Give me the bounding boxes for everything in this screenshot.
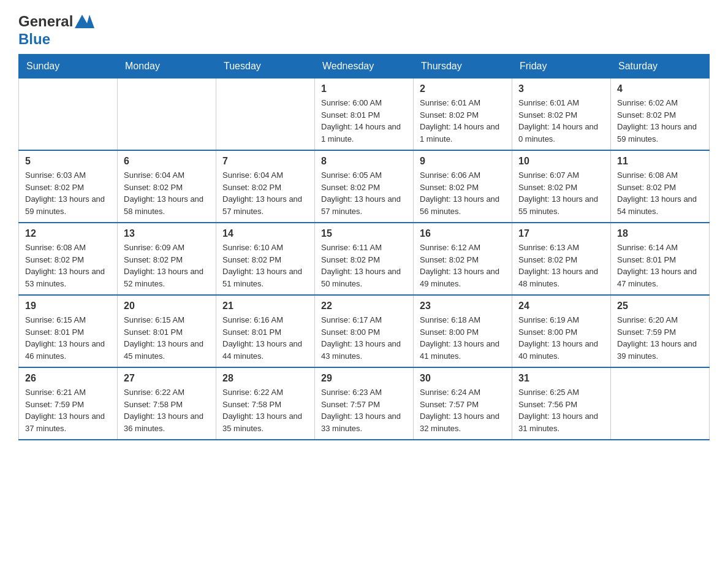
- day-info: Sunrise: 6:20 AM Sunset: 7:59 PM Dayligh…: [617, 314, 703, 362]
- calendar-cell: 8Sunrise: 6:05 AM Sunset: 8:02 PM Daylig…: [315, 150, 414, 223]
- calendar-cell: 23Sunrise: 6:18 AM Sunset: 8:00 PM Dayli…: [414, 295, 512, 367]
- calendar-cell: 22Sunrise: 6:17 AM Sunset: 8:00 PM Dayli…: [315, 295, 414, 367]
- day-info: Sunrise: 6:11 AM Sunset: 8:02 PM Dayligh…: [321, 242, 407, 289]
- day-number: 14: [222, 228, 308, 239]
- calendar-cell: 30Sunrise: 6:24 AM Sunset: 7:57 PM Dayli…: [414, 367, 512, 440]
- calendar-cell: 9Sunrise: 6:06 AM Sunset: 8:02 PM Daylig…: [414, 150, 512, 223]
- day-info: Sunrise: 6:25 AM Sunset: 7:56 PM Dayligh…: [518, 386, 604, 434]
- calendar-cell: 12Sunrise: 6:08 AM Sunset: 8:02 PM Dayli…: [19, 223, 118, 295]
- calendar-cell: 1Sunrise: 6:00 AM Sunset: 8:01 PM Daylig…: [315, 79, 414, 151]
- day-number: 8: [321, 156, 407, 167]
- calendar-cell: [216, 79, 315, 151]
- weekday-header-tuesday: Tuesday: [216, 55, 315, 79]
- day-info: Sunrise: 6:15 AM Sunset: 8:01 PM Dayligh…: [25, 314, 111, 362]
- day-number: 30: [420, 373, 506, 384]
- calendar-cell: [19, 79, 118, 151]
- day-number: 1: [321, 83, 407, 94]
- calendar-cell: 28Sunrise: 6:22 AM Sunset: 7:58 PM Dayli…: [216, 367, 315, 440]
- day-info: Sunrise: 6:08 AM Sunset: 8:02 PM Dayligh…: [25, 242, 111, 289]
- logo-blue-text: Blue: [18, 31, 50, 47]
- day-info: Sunrise: 6:02 AM Sunset: 8:02 PM Dayligh…: [617, 97, 703, 145]
- day-number: 19: [25, 301, 111, 312]
- calendar-cell: 20Sunrise: 6:15 AM Sunset: 8:01 PM Dayli…: [118, 295, 216, 367]
- day-info: Sunrise: 6:23 AM Sunset: 7:57 PM Dayligh…: [321, 386, 407, 434]
- page-header: General Blue: [18, 12, 710, 48]
- calendar-cell: 29Sunrise: 6:23 AM Sunset: 7:57 PM Dayli…: [315, 367, 414, 440]
- weekday-header-row: SundayMondayTuesdayWednesdayThursdayFrid…: [19, 55, 710, 79]
- day-info: Sunrise: 6:13 AM Sunset: 8:02 PM Dayligh…: [518, 242, 604, 289]
- day-number: 3: [518, 83, 604, 94]
- calendar-cell: 15Sunrise: 6:11 AM Sunset: 8:02 PM Dayli…: [315, 223, 414, 295]
- day-number: 21: [222, 301, 308, 312]
- weekday-header-monday: Monday: [118, 55, 216, 79]
- calendar-cell: 19Sunrise: 6:15 AM Sunset: 8:01 PM Dayli…: [19, 295, 118, 367]
- day-number: 29: [321, 373, 407, 384]
- day-number: 17: [518, 228, 604, 239]
- day-number: 12: [25, 228, 111, 239]
- calendar-cell: 27Sunrise: 6:22 AM Sunset: 7:58 PM Dayli…: [118, 367, 216, 440]
- calendar-cell: 25Sunrise: 6:20 AM Sunset: 7:59 PM Dayli…: [611, 295, 710, 367]
- day-number: 25: [617, 301, 703, 312]
- day-info: Sunrise: 6:14 AM Sunset: 8:01 PM Dayligh…: [617, 242, 703, 289]
- day-info: Sunrise: 6:15 AM Sunset: 8:01 PM Dayligh…: [124, 314, 210, 362]
- calendar-cell: 3Sunrise: 6:01 AM Sunset: 8:02 PM Daylig…: [512, 79, 611, 151]
- day-number: 28: [222, 373, 308, 384]
- day-number: 15: [321, 228, 407, 239]
- calendar-cell: 13Sunrise: 6:09 AM Sunset: 8:02 PM Dayli…: [118, 223, 216, 295]
- day-info: Sunrise: 6:06 AM Sunset: 8:02 PM Dayligh…: [420, 169, 506, 217]
- day-number: 11: [617, 156, 703, 167]
- logo-general-text: General: [18, 13, 73, 30]
- day-info: Sunrise: 6:24 AM Sunset: 7:57 PM Dayligh…: [420, 386, 506, 434]
- calendar-week-1: 1Sunrise: 6:00 AM Sunset: 8:01 PM Daylig…: [19, 79, 710, 151]
- day-number: 16: [420, 228, 506, 239]
- day-number: 31: [518, 373, 604, 384]
- day-info: Sunrise: 6:18 AM Sunset: 8:00 PM Dayligh…: [420, 314, 506, 362]
- day-number: 4: [617, 83, 703, 94]
- day-info: Sunrise: 6:17 AM Sunset: 8:00 PM Dayligh…: [321, 314, 407, 362]
- calendar-cell: 2Sunrise: 6:01 AM Sunset: 8:02 PM Daylig…: [414, 79, 512, 151]
- calendar-body: 1Sunrise: 6:00 AM Sunset: 8:01 PM Daylig…: [19, 79, 710, 440]
- day-info: Sunrise: 6:22 AM Sunset: 7:58 PM Dayligh…: [222, 386, 308, 434]
- day-number: 24: [518, 301, 604, 312]
- day-number: 7: [222, 156, 308, 167]
- weekday-header-sunday: Sunday: [19, 55, 118, 79]
- calendar-cell: 16Sunrise: 6:12 AM Sunset: 8:02 PM Dayli…: [414, 223, 512, 295]
- day-info: Sunrise: 6:16 AM Sunset: 8:01 PM Dayligh…: [222, 314, 308, 362]
- calendar-header: SundayMondayTuesdayWednesdayThursdayFrid…: [19, 55, 710, 79]
- day-info: Sunrise: 6:00 AM Sunset: 8:01 PM Dayligh…: [321, 97, 407, 145]
- calendar-cell: 11Sunrise: 6:08 AM Sunset: 8:02 PM Dayli…: [611, 150, 710, 223]
- calendar-cell: [118, 79, 216, 151]
- calendar-cell: 7Sunrise: 6:04 AM Sunset: 8:02 PM Daylig…: [216, 150, 315, 223]
- calendar-cell: 18Sunrise: 6:14 AM Sunset: 8:01 PM Dayli…: [611, 223, 710, 295]
- day-info: Sunrise: 6:19 AM Sunset: 8:00 PM Dayligh…: [518, 314, 604, 362]
- day-number: 6: [124, 156, 210, 167]
- day-number: 5: [25, 156, 111, 167]
- day-info: Sunrise: 6:22 AM Sunset: 7:58 PM Dayligh…: [124, 386, 210, 434]
- calendar-cell: [611, 367, 710, 440]
- calendar-cell: 17Sunrise: 6:13 AM Sunset: 8:02 PM Dayli…: [512, 223, 611, 295]
- day-number: 18: [617, 228, 703, 239]
- calendar-cell: 24Sunrise: 6:19 AM Sunset: 8:00 PM Dayli…: [512, 295, 611, 367]
- weekday-header-saturday: Saturday: [611, 55, 710, 79]
- day-number: 2: [420, 83, 506, 94]
- day-info: Sunrise: 6:04 AM Sunset: 8:02 PM Dayligh…: [222, 169, 308, 217]
- day-info: Sunrise: 6:21 AM Sunset: 7:59 PM Dayligh…: [25, 386, 111, 434]
- day-number: 23: [420, 301, 506, 312]
- weekday-header-thursday: Thursday: [414, 55, 512, 79]
- day-number: 9: [420, 156, 506, 167]
- calendar-week-4: 19Sunrise: 6:15 AM Sunset: 8:01 PM Dayli…: [19, 295, 710, 367]
- weekday-header-wednesday: Wednesday: [315, 55, 414, 79]
- calendar-week-2: 5Sunrise: 6:03 AM Sunset: 8:02 PM Daylig…: [19, 150, 710, 223]
- day-number: 20: [124, 301, 210, 312]
- day-info: Sunrise: 6:05 AM Sunset: 8:02 PM Dayligh…: [321, 169, 407, 217]
- day-number: 22: [321, 301, 407, 312]
- day-number: 10: [518, 156, 604, 167]
- day-info: Sunrise: 6:04 AM Sunset: 8:02 PM Dayligh…: [124, 169, 210, 217]
- calendar-cell: 14Sunrise: 6:10 AM Sunset: 8:02 PM Dayli…: [216, 223, 315, 295]
- calendar-cell: 6Sunrise: 6:04 AM Sunset: 8:02 PM Daylig…: [118, 150, 216, 223]
- day-number: 27: [124, 373, 210, 384]
- calendar-table: SundayMondayTuesdayWednesdayThursdayFrid…: [18, 54, 710, 440]
- day-info: Sunrise: 6:12 AM Sunset: 8:02 PM Dayligh…: [420, 242, 506, 289]
- day-info: Sunrise: 6:01 AM Sunset: 8:02 PM Dayligh…: [518, 97, 604, 145]
- weekday-header-friday: Friday: [512, 55, 611, 79]
